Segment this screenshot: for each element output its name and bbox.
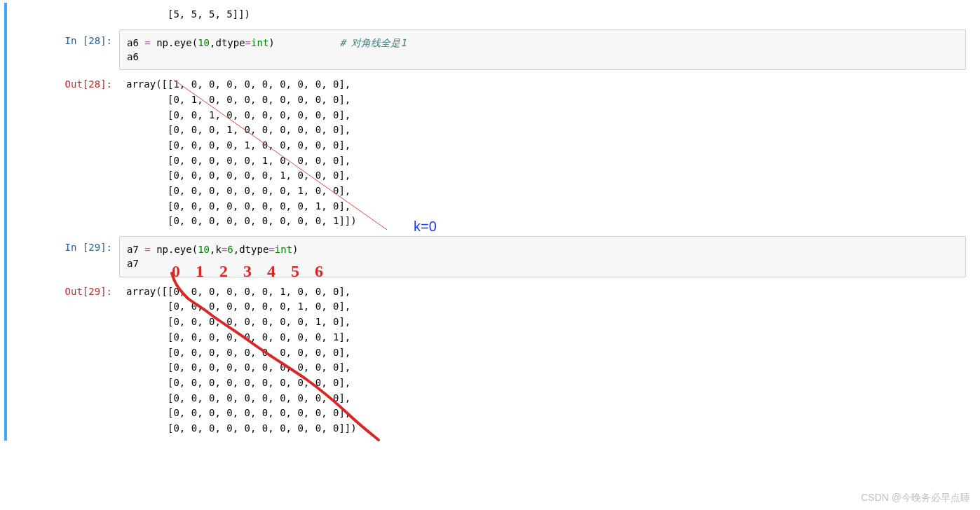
code-in-28[interactable]: a6 = np.eye(10,dtype=int) # 对角线全是1 a6	[119, 29, 966, 71]
code-token-k: ,k	[210, 244, 222, 255]
output-out-28: array([[1, 0, 0, 0, 0, 0, 0, 0, 0, 0], […	[119, 73, 966, 233]
output-text-fragment: [5, 5, 5, 5]])	[119, 3, 966, 27]
code-comment: # 对角线全是1	[340, 37, 407, 48]
code-token-num6: 6	[227, 244, 233, 255]
output-fragment-prev: [5, 5, 5, 5]])	[21, 3, 966, 27]
cell-out-28: Out[28]: array([[1, 0, 0, 0, 0, 0, 0, 0,…	[21, 73, 966, 233]
cell-out-29: Out[29]: array([[0, 0, 0, 0, 0, 0, 1, 0,…	[21, 280, 966, 441]
code-token-dtype: ,dtype	[233, 244, 269, 255]
output-out-29: array([[0, 0, 0, 0, 0, 0, 1, 0, 0, 0], […	[119, 280, 966, 441]
prompt-out-29: Out[29]:	[21, 280, 119, 441]
code-token-eq: =	[144, 244, 156, 255]
code-token-dtype: ,dtype	[210, 37, 245, 48]
prompt-in-29: In [29]:	[21, 236, 119, 277]
code-line2: a7	[127, 258, 139, 269]
cell-in-28: In [28]: a6 = np.eye(10,dtype=int) # 对角线…	[21, 29, 966, 71]
code-token-call: np.eye(	[156, 244, 198, 255]
code-token-var: a7	[127, 244, 144, 255]
code-token-num10: 10	[198, 37, 210, 48]
code-token-eq2: =	[245, 37, 251, 48]
code-line2: a6	[127, 51, 139, 62]
empty-prompt	[21, 3, 119, 27]
code-token-var: a6	[127, 37, 144, 48]
code-in-29[interactable]: a7 = np.eye(10,k=6,dtype=int) a7	[119, 236, 966, 277]
code-token-int: int	[275, 244, 292, 255]
code-token-int: int	[251, 37, 268, 48]
cell-in-29: In [29]: a7 = np.eye(10,k=6,dtype=int) a…	[21, 236, 966, 277]
code-token-call: np.eye(	[156, 37, 198, 48]
prompt-in-28: In [28]:	[21, 29, 119, 71]
code-token-num10: 10	[198, 244, 210, 255]
code-token-close: )	[268, 37, 339, 48]
jupyter-notebook: [5, 5, 5, 5]]) In [28]: a6 = np.eye(10,d…	[4, 3, 980, 441]
code-token-close: )	[292, 244, 298, 255]
code-token-eq3: =	[268, 244, 274, 255]
prompt-out-28: Out[28]:	[21, 73, 119, 233]
code-token-eq: =	[144, 37, 156, 48]
